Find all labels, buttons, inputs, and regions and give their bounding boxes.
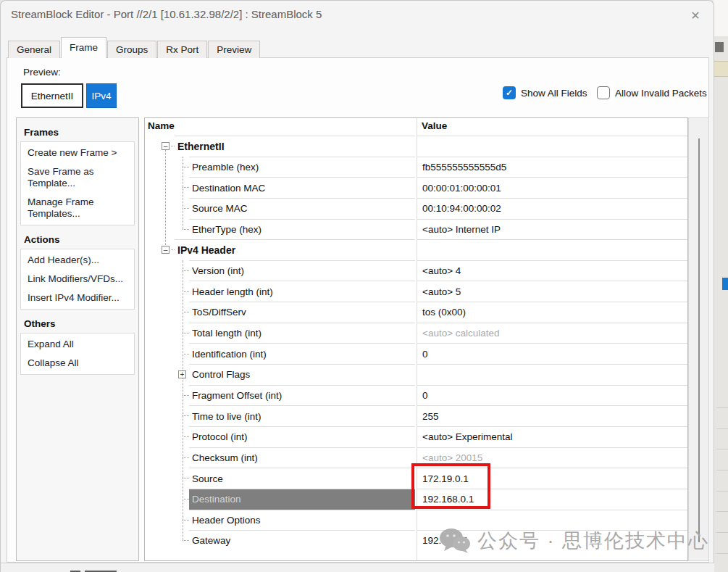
show-all-fields-label: Show All Fields bbox=[521, 88, 587, 99]
expander-minus-icon[interactable]: – bbox=[162, 246, 170, 254]
allow-invalid-packets-option[interactable]: Allow Invalid Packets bbox=[597, 86, 707, 99]
field-value[interactable]: <auto> 20015 bbox=[417, 447, 687, 468]
close-button[interactable]: ✕ bbox=[686, 6, 705, 25]
field-name[interactable]: Destination MAC bbox=[189, 177, 415, 198]
field-value[interactable]: 0 bbox=[417, 343, 687, 364]
vertical-scrollbar[interactable] bbox=[688, 117, 709, 561]
field-name[interactable]: Version (int) bbox=[189, 260, 415, 281]
table-row-control-flags: Control Flags bbox=[145, 364, 687, 385]
table-row-fragment-offset-int: Fragment Offset (int)0 bbox=[145, 385, 687, 406]
field-name[interactable]: EtherType (hex) bbox=[189, 219, 415, 240]
field-name[interactable]: Source bbox=[189, 468, 415, 489]
table-row-ethernetii: EthernetII bbox=[145, 136, 687, 157]
field-name[interactable]: IPv4 Header bbox=[175, 239, 415, 260]
field-name[interactable]: Fragment Offset (int) bbox=[189, 385, 415, 406]
field-value[interactable]: 172.19.0.1 bbox=[417, 468, 687, 489]
screenshot-root: StreamBlock Editor - Port //2/1 [10.61.3… bbox=[0, 0, 728, 572]
table-row-time-to-live-int: Time to live (int)255 bbox=[145, 405, 687, 426]
field-value[interactable]: 00:10:94:00:00:02 bbox=[417, 198, 687, 219]
field-value[interactable]: fb555555555555d5 bbox=[417, 157, 687, 178]
tab-general[interactable]: General bbox=[8, 41, 60, 58]
title-bar[interactable]: StreamBlock Editor - Port //2/1 [10.61.3… bbox=[1, 1, 714, 30]
sidebar-section-box: Create new Frame >Save Frame as Template… bbox=[20, 141, 135, 225]
sidebar-section-box: Expand AllCollapse All bbox=[20, 333, 135, 375]
sidebar-section-title: Actions bbox=[17, 231, 138, 249]
table-row-preamble-hex: Preamble (hex)fb555555555555d5 bbox=[145, 157, 687, 178]
table-row-tos-diffserv: ToS/DiffServtos (0x00) bbox=[145, 302, 687, 323]
field-name[interactable]: Gateway bbox=[189, 530, 415, 551]
field-name[interactable]: Time to live (int) bbox=[189, 405, 415, 426]
sidebar-section-frames: FramesCreate new Frame >Save Frame as Te… bbox=[17, 124, 138, 225]
background-row-line bbox=[716, 470, 728, 471]
field-value[interactable] bbox=[417, 364, 687, 385]
field-name[interactable]: Source MAC bbox=[189, 198, 415, 219]
field-name[interactable]: Control Flags bbox=[189, 364, 415, 385]
background-row-line bbox=[716, 511, 728, 512]
field-value[interactable]: 00:00:01:00:00:01 bbox=[417, 177, 687, 198]
field-value[interactable]: <auto> 5 bbox=[417, 281, 687, 302]
field-value[interactable]: tos (0x00) bbox=[417, 302, 687, 323]
background-fragment bbox=[714, 0, 728, 36]
tab-rx-port[interactable]: Rx Port bbox=[157, 41, 207, 58]
tab-bar: GeneralFrameGroupsRx PortPreview bbox=[8, 38, 261, 58]
header-button-ipv4[interactable]: IPv4 bbox=[86, 83, 117, 108]
sidebar-item-add-header-s[interactable]: Add Header(s)... bbox=[21, 251, 134, 270]
streamblock-editor-dialog: StreamBlock Editor - Port //2/1 [10.61.3… bbox=[0, 0, 714, 572]
table-row-destination: Destination192.168.0.1 bbox=[145, 489, 687, 510]
tab-frame[interactable]: Frame bbox=[61, 37, 106, 58]
field-name[interactable]: Preamble (hex) bbox=[189, 157, 415, 178]
field-value[interactable] bbox=[417, 136, 687, 157]
field-value[interactable]: <auto> calculated bbox=[417, 323, 687, 344]
field-name[interactable]: Header length (int) bbox=[189, 281, 415, 302]
sidebar-item-expand-all[interactable]: Expand All bbox=[21, 335, 134, 354]
show-all-fields-option[interactable]: ✓ Show All Fields bbox=[503, 86, 587, 99]
field-value[interactable]: 192.85.1.1 bbox=[417, 530, 687, 551]
sidebar: FramesCreate new Frame >Save Frame as Te… bbox=[16, 117, 139, 561]
expander-plus-icon[interactable]: + bbox=[178, 370, 186, 378]
field-name[interactable]: Protocol (int) bbox=[189, 426, 415, 447]
background-row-line bbox=[716, 491, 728, 492]
field-value[interactable] bbox=[417, 239, 687, 260]
field-name[interactable]: Identification (int) bbox=[189, 343, 415, 364]
frame-tab-panel: Preview: EthernetII IPv4 ✓ Show All Fiel… bbox=[7, 57, 709, 563]
table-row-version-int: Version (int)<auto> 4 bbox=[145, 260, 687, 281]
table-row-total-length-int: Total length (int)<auto> calculated bbox=[145, 323, 687, 344]
field-value[interactable]: 255 bbox=[417, 405, 687, 426]
sidebar-section-others: OthersExpand AllCollapse All bbox=[17, 315, 138, 375]
sidebar-section-box: Add Header(s)...Link Modifiers/VFDs...In… bbox=[20, 249, 135, 310]
bottom-band bbox=[1, 563, 714, 572]
field-value[interactable]: 192.168.0.1 bbox=[417, 489, 687, 510]
header-button-ethernetii[interactable]: EthernetII bbox=[21, 83, 83, 108]
background-row-fragment bbox=[714, 61, 728, 77]
sidebar-item-insert-ipv4-modifier[interactable]: Insert IPv4 Modifier... bbox=[21, 289, 134, 307]
field-name[interactable]: Header Options bbox=[189, 510, 415, 531]
tab-preview[interactable]: Preview bbox=[208, 41, 260, 58]
table-row-ethertype-hex: EtherType (hex)<auto> Internet IP bbox=[145, 219, 687, 240]
sidebar-item-collapse-all[interactable]: Collapse All bbox=[21, 354, 134, 373]
field-name[interactable]: Total length (int) bbox=[189, 323, 415, 344]
table-row-source: Source172.19.0.1 bbox=[145, 468, 687, 489]
field-value[interactable] bbox=[417, 510, 687, 531]
sidebar-item-link-modifiers-vfds[interactable]: Link Modifiers/VFDs... bbox=[21, 270, 134, 289]
allow-invalid-packets-label: Allow Invalid Packets bbox=[615, 88, 707, 99]
field-value[interactable]: <auto> 4 bbox=[417, 260, 687, 281]
table-row-ipv4-header: IPv4 Header bbox=[145, 239, 687, 260]
table-row-gateway: Gateway192.85.1.1 bbox=[145, 530, 687, 551]
expander-minus-icon[interactable]: – bbox=[162, 142, 170, 150]
field-name[interactable]: Checksum (int) bbox=[189, 447, 415, 468]
sidebar-item-save-frame-as-template[interactable]: Save Frame as Template... bbox=[21, 162, 134, 193]
field-value[interactable]: 0 bbox=[417, 385, 687, 406]
sidebar-item-create-new-frame[interactable]: Create new Frame > bbox=[21, 144, 134, 162]
table-row-header-options: Header Options bbox=[145, 510, 687, 531]
field-value[interactable]: <auto> Internet IP bbox=[417, 219, 687, 240]
tab-groups[interactable]: Groups bbox=[107, 41, 156, 58]
field-name[interactable]: EthernetII bbox=[175, 136, 415, 157]
sidebar-section-title: Frames bbox=[17, 124, 138, 141]
field-name[interactable]: Destination bbox=[189, 489, 415, 510]
checkbox-unchecked-icon[interactable] bbox=[597, 86, 610, 99]
sidebar-item-manage-frame-templates[interactable]: Manage Frame Templates... bbox=[21, 193, 134, 223]
scrollbar-thumb[interactable] bbox=[698, 138, 700, 542]
field-name[interactable]: ToS/DiffServ bbox=[189, 302, 415, 323]
checkbox-checked-icon[interactable]: ✓ bbox=[503, 86, 516, 99]
field-value[interactable]: <auto> Experimental bbox=[417, 426, 687, 447]
